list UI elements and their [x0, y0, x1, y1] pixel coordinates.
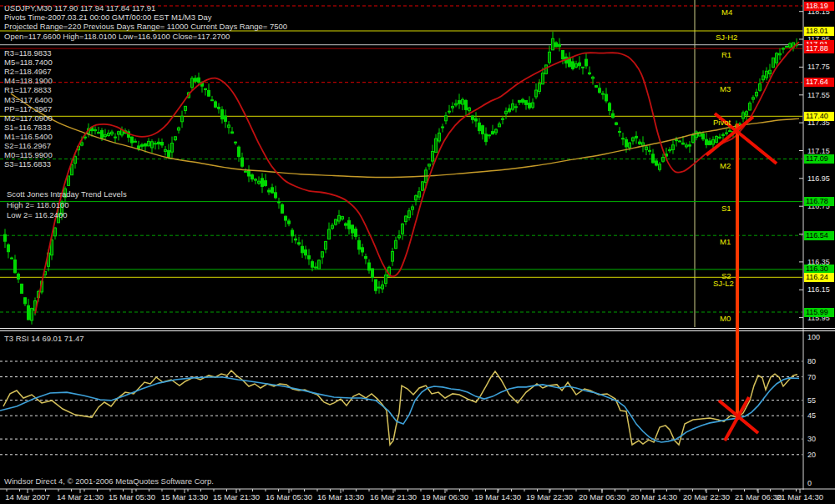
level-label-m1: M1 [720, 237, 731, 246]
level-label-m4: M4 [721, 8, 732, 17]
pivot-legend-item: M1=116.5400 [4, 132, 53, 141]
chart-canvas[interactable] [0, 0, 835, 504]
pivot-legend-item: S3=115.6833 [4, 159, 51, 169]
pivot-legend-item: M3=117.6400 [4, 95, 53, 104]
range-info-line: Projected Range=220 Previous Days Range=… [4, 22, 287, 31]
pivot-legend-item: PP=117.3967 [4, 104, 52, 113]
candle-wicks [5, 32, 797, 325]
trend-levels-title: Scott Jones Intraday Trend Levels [7, 189, 127, 199]
pivots-time-line: Pivots Time-2007.03.21 00:00 GMT/00:00 E… [4, 13, 212, 22]
pivot-legend-item: R1=117.8833 [4, 85, 52, 94]
rsi-gold-line [3, 370, 797, 445]
trend-low-label: Low 2= 116.2400 [7, 210, 67, 219]
level-label-pivot: Pivot [713, 118, 731, 127]
level-label-sj-h2: SJ-H2 [716, 33, 737, 42]
pivot-legend-item: M4=118.1900 [4, 76, 53, 85]
pivot-legend-item: M5=118.7400 [4, 58, 53, 67]
price-axis-strip[interactable] [803, 0, 835, 490]
pivot-legend-item: R3=118.9833 [4, 48, 52, 58]
rsi-indicator-label: T3 RSI 14 69.01 71.47 [4, 334, 84, 343]
level-label-m0: M0 [720, 314, 731, 323]
symbol-ohlc-line: USDJPY,M30 117.90 117.94 117.84 117.91 [4, 3, 155, 13]
pivot-legend-item: S2=116.2967 [4, 141, 51, 150]
level-label-sj-l2: SJ-L2 [713, 279, 734, 288]
platform-brand: Windsor Direct 4, © 2001-2006 MetaQuotes… [4, 476, 214, 486]
level-label-s1: S1 [721, 204, 731, 213]
mt4-chart-window: USDJPY,M30 117.90 117.94 117.84 117.91 P… [0, 0, 835, 504]
pivot-legend-item: R2=118.4967 [4, 67, 52, 76]
level-label-r1: R1 [721, 50, 731, 59]
pivot-legend-item: S1=116.7833 [4, 123, 51, 132]
pivot-legend-item: M2=117.0900 [4, 113, 53, 123]
pivot-legend-item: M0=115.9900 [4, 150, 53, 159]
level-label-m2: M2 [720, 161, 731, 170]
time-axis-strip[interactable] [0, 490, 835, 504]
day-ohlc-line: Open=117.6600 High=118.0100 Low=116.9100… [4, 32, 230, 41]
level-label-m3: M3 [720, 84, 731, 93]
trend-high-label: High 2= 118.0100 [7, 200, 69, 209]
